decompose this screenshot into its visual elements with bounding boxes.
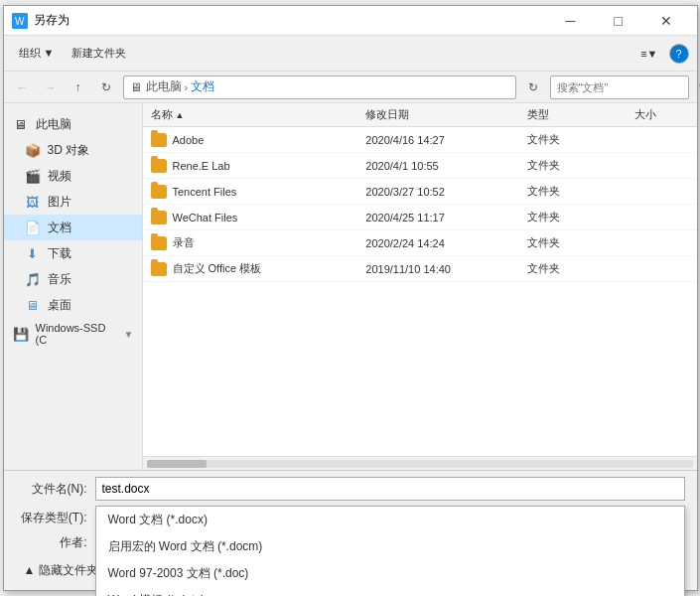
file-type: 文件夹 (527, 132, 634, 147)
col-header-size[interactable]: 大小 (634, 107, 688, 122)
dropdown-item-doc[interactable]: Word 97-2003 文档 (*.doc) (96, 560, 684, 587)
file-type: 文件夹 (527, 235, 634, 250)
window-title: 另存为 (34, 12, 548, 29)
breadcrumb-computer[interactable]: 此电脑 (146, 78, 182, 95)
desktop-icon: 🖥 (24, 296, 42, 314)
file-name: 自定义 Office 模板 (173, 261, 262, 276)
main-panel: 名称 ▲ 修改日期 类型 大小 Adobe 2020/4/16 14:27 文件… (143, 103, 697, 470)
file-date: 2019/11/10 14:40 (365, 263, 527, 275)
sidebar: 🖥 此电脑 📦 3D 对象 🎬 视频 🖼 图片 📄 文档 ⬇ 下载 (4, 103, 143, 470)
sidebar-item-drive[interactable]: 💾 Windows-SSD (C ▼ (4, 318, 142, 350)
sidebar-item-music[interactable]: 🎵 音乐 (4, 266, 142, 292)
svg-text:W: W (15, 16, 25, 27)
back-button[interactable]: ← (12, 76, 34, 98)
sidebar-label-drive: Windows-SSD (C (36, 322, 118, 346)
col-header-type[interactable]: 类型 (527, 107, 634, 122)
sidebar-item-3d[interactable]: 📦 3D 对象 (4, 137, 142, 163)
minimize-button[interactable]: ─ (548, 6, 594, 36)
col-header-name[interactable]: 名称 ▲ (151, 107, 366, 122)
close-button[interactable]: ✕ (643, 6, 689, 36)
file-type: 文件夹 (527, 158, 634, 173)
file-list-header: 名称 ▲ 修改日期 类型 大小 (143, 103, 697, 127)
dropdown-item-docm[interactable]: 启用宏的 Word 文档 (*.docm) (96, 533, 684, 560)
sidebar-item-documents[interactable]: 📄 文档 (4, 215, 142, 240)
sidebar-label-computer: 此电脑 (36, 116, 71, 133)
collapse-arrow-icon: ▲ (24, 563, 36, 577)
file-row-adobe[interactable]: Adobe 2020/4/16 14:27 文件夹 (143, 127, 697, 153)
col-header-date[interactable]: 修改日期 (365, 107, 527, 122)
window-icon: W (12, 13, 28, 29)
help-button[interactable]: ? (669, 44, 689, 64)
sidebar-item-desktop[interactable]: 🖥 桌面 (4, 292, 142, 318)
sidebar-label-3d: 3D 对象 (48, 142, 90, 159)
view-button[interactable]: ≡▼ (633, 44, 664, 64)
author-label: 作者: (16, 534, 95, 551)
refresh-button[interactable]: ↻ (95, 76, 117, 98)
sidebar-item-video[interactable]: 🎬 视频 (4, 163, 142, 189)
up-button[interactable]: ↑ (68, 76, 89, 98)
sidebar-label-music: 音乐 (48, 271, 71, 288)
video-icon: 🎬 (24, 167, 42, 185)
new-folder-button[interactable]: 新建文件夹 (65, 42, 133, 65)
sidebar-label-video: 视频 (48, 168, 71, 185)
folder-icon (151, 133, 167, 147)
search-box[interactable]: 🔍 (550, 75, 689, 99)
file-row-tencent[interactable]: Tencent Files 2020/3/27 10:52 文件夹 (143, 179, 697, 205)
file-name: WeChat Files (173, 212, 238, 224)
sidebar-label-documents: 文档 (48, 220, 71, 236)
file-row-rene[interactable]: Rene.E Lab 2020/4/1 10:55 文件夹 (143, 153, 697, 179)
horizontal-scrollbar[interactable] (143, 456, 697, 470)
breadcrumb[interactable]: 🖥 此电脑 › 文档 (123, 75, 516, 99)
downloads-icon: ⬇ (24, 244, 42, 262)
file-name: Tencent Files (173, 186, 237, 198)
folder-icon (151, 211, 167, 224)
file-date: 2020/4/16 14:27 (365, 134, 527, 146)
address-bar: ← → ↑ ↻ 🖥 此电脑 › 文档 ↻ 🔍 (4, 72, 697, 103)
file-row-office-template[interactable]: 自定义 Office 模板 2019/11/10 14:40 文件夹 (143, 256, 697, 282)
dropdown-item-dotx[interactable]: Word 模板 (*.dotx) (96, 587, 684, 596)
filetype-dropdown-list: Word 文档 (*.docx) 启用宏的 Word 文档 (*.docm) W… (95, 506, 685, 596)
images-icon: 🖼 (24, 193, 42, 211)
search-input[interactable] (557, 81, 694, 93)
folder-icon (151, 185, 167, 199)
breadcrumb-documents[interactable]: 文档 (191, 78, 214, 95)
content-area: 🖥 此电脑 📦 3D 对象 🎬 视频 🖼 图片 📄 文档 ⬇ 下载 (4, 103, 697, 470)
music-icon: 🎵 (24, 270, 42, 288)
dropdown-item-docx[interactable]: Word 文档 (*.docx) (96, 507, 684, 533)
sidebar-label-images: 图片 (48, 194, 71, 211)
filetype-row: 保存类型(T): Word 文档 (*.docx) ▼ Word 文档 (*.d… (16, 506, 685, 529)
computer-icon: 🖥 (12, 115, 30, 133)
file-name: Adobe (173, 134, 205, 146)
filename-input[interactable] (95, 477, 685, 501)
forward-button[interactable]: → (40, 76, 62, 98)
sidebar-item-images[interactable]: 🖼 图片 (4, 189, 142, 215)
expand-icon: ▼ (124, 329, 134, 340)
folder-icon (151, 236, 167, 250)
file-row-recording[interactable]: 录音 2020/2/24 14:24 文件夹 (143, 230, 697, 256)
filetype-label: 保存类型(T): (16, 510, 95, 526)
sidebar-label-desktop: 桌面 (48, 297, 71, 314)
file-name: 录音 (173, 235, 195, 250)
bottom-panel: 文件名(N): 保存类型(T): Word 文档 (*.docx) ▼ Word… (4, 470, 697, 590)
file-type: 文件夹 (527, 210, 634, 224)
folder-icon (151, 262, 167, 276)
documents-icon: 📄 (24, 219, 42, 236)
maximize-button[interactable]: □ (596, 6, 641, 36)
file-row-wechat[interactable]: WeChat Files 2020/4/25 11:17 文件夹 (143, 205, 697, 230)
file-type: 文件夹 (527, 184, 634, 199)
toolbar: 组织 ▼ 新建文件夹 ≡▼ ? (4, 36, 697, 72)
file-date: 2020/3/27 10:52 (365, 186, 527, 198)
file-date: 2020/2/24 14:24 (365, 237, 527, 249)
filename-label: 文件名(N): (16, 481, 95, 498)
file-name: Rene.E Lab (173, 160, 230, 172)
sidebar-label-downloads: 下载 (48, 245, 71, 262)
refresh-addr-button[interactable]: ↻ (522, 76, 544, 98)
file-type: 文件夹 (527, 261, 634, 276)
file-date: 2020/4/1 10:55 (365, 160, 527, 172)
title-bar: W 另存为 ─ □ ✕ (4, 6, 697, 36)
sidebar-item-downloads[interactable]: ⬇ 下载 (4, 240, 142, 266)
hide-folders-toggle[interactable]: ▲ 隐藏文件夹 (16, 558, 107, 583)
save-as-dialog: W 另存为 ─ □ ✕ 组织 ▼ 新建文件夹 ≡▼ ? ← → ↑ ↻ 🖥 此电… (3, 5, 698, 591)
sidebar-item-computer[interactable]: 🖥 此电脑 (4, 111, 142, 137)
organize-button[interactable]: 组织 ▼ (12, 42, 62, 65)
